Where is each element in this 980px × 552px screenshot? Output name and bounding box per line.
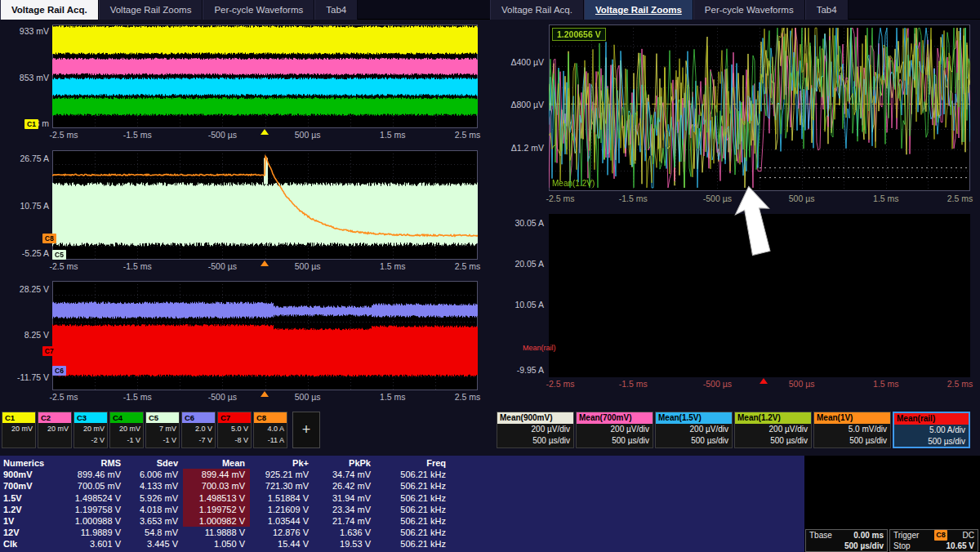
numerics-column-pkpk: PkPk [314, 457, 376, 469]
channel-offset: -1 V [110, 434, 143, 446]
channel-scale: 4.0 A [254, 423, 287, 434]
channel-offset [2, 434, 35, 446]
measure-value: 4.018 mV [126, 504, 183, 515]
tab-right-voltage-rail-acq[interactable]: Voltage Rail Acq. [490, 0, 584, 20]
tab-left-tab4[interactable]: Tab4 [314, 0, 358, 20]
measure-value: 700.03 mV [183, 480, 250, 492]
numerics-header-row: NumericsRMSSdevMeanPk+PkPkFreq [0, 457, 804, 469]
math-descriptor-mean-900mv-[interactable]: Mean(900mV)200 µV/div500 µs/div [497, 412, 574, 448]
x-tick-label: -2.5 ms [49, 130, 78, 140]
channel-descriptor-c7[interactable]: C75.0 V-8 V [217, 412, 252, 448]
measure-value: 925.21 mV [250, 469, 314, 480]
math-descriptor-row: Mean(900mV)200 µV/div500 µs/divMean(700m… [497, 412, 972, 448]
channel-descriptor-c1[interactable]: C120 mV [2, 412, 36, 448]
trigger-marker-12v-rail[interactable] [261, 391, 269, 397]
measure-value: 6.006 mV [126, 469, 183, 480]
tab-left-voltage-rail-acq[interactable]: Voltage Rail Acq. [0, 0, 99, 20]
measure-value: 721.30 mV [250, 480, 314, 492]
channel-badge-c7[interactable]: C7 [42, 346, 56, 356]
math-descriptor-mean-1-2v-[interactable]: Mean(1.2V)200 µV/div500 µs/div [734, 412, 812, 448]
trigger-panel[interactable]: Trigger C8 DC Stop 10.65 V [889, 529, 978, 552]
measure-value: 1.199758 V [54, 504, 126, 515]
channel-badge-c6[interactable]: C6 [52, 366, 66, 376]
tab-bar: Voltage Rail Acq. Voltage Rail Zooms Per… [0, 0, 980, 20]
math-descriptor-header: Mean(rail) [894, 413, 969, 425]
measure-value: 506.21 kHz [376, 492, 451, 504]
tab-right-voltage-rail-zooms[interactable]: Voltage Rail Zooms [584, 0, 693, 20]
math-horizontal-scale: 500 µs/div [735, 435, 811, 447]
channel-badge-c8[interactable]: C8 [42, 234, 56, 243]
math-vertical-scale: 5.00 A/div [894, 425, 969, 436]
numerics-column-mean: Mean [183, 457, 250, 469]
trace-label-mean-rail: Mean(rail) [523, 344, 559, 352]
measure-value: 700.05 mV [54, 480, 126, 492]
math-descriptor-mean-700mv-[interactable]: Mean(700mV)200 µV/div500 µs/div [576, 412, 653, 448]
channel-descriptor-c6[interactable]: C62.0 V-7 V [181, 412, 216, 448]
channel-offset: -11 A [254, 434, 287, 446]
x-tick-label: -2.5 ms [49, 261, 78, 271]
channel-descriptor-c8[interactable]: C84.0 A-11 A [253, 412, 287, 448]
trigger-coupling: DC [963, 530, 974, 541]
measure-value: 1.21609 V [250, 504, 314, 515]
channel-scale: 20 mV [38, 423, 71, 434]
numerics-row-900mv: 900mV899.46 mV6.006 mV899.44 mV925.21 mV… [0, 469, 804, 480]
measure-value: 34.74 mV [314, 469, 376, 480]
measure-value: 4.133 mV [126, 480, 183, 492]
channel-descriptor-c3[interactable]: C320 mV-2 V [74, 412, 108, 448]
measure-value: 506.21 kHz [376, 527, 451, 538]
numerics-column-freq: Freq [376, 457, 451, 469]
timebase-panel[interactable]: Tbase 0.00 ms 500 µs/div [805, 529, 888, 552]
trigger-marker-load-current[interactable] [261, 260, 269, 266]
channel-badge-c1[interactable]: C1 [24, 119, 38, 129]
measure-value: 506.21 kHz [376, 504, 451, 515]
measure-source-label: 1.5V [0, 492, 54, 504]
math-descriptor-mean-1v-[interactable]: Mean(1V)5.0 mV/div500 µs/div [813, 412, 891, 448]
math-descriptor-mean-1-5v-[interactable]: Mean(1.5V)200 µV/div500 µs/div [655, 412, 733, 448]
channel-offset: -2 V [74, 434, 107, 446]
trigger-mode: Stop [893, 541, 911, 551]
tab-left-per-cycle-waveforms[interactable]: Per-cycle Waveforms [203, 0, 314, 20]
tab-right-per-cycle-waveforms[interactable]: Per-cycle Waveforms [693, 0, 805, 20]
add-trace-button[interactable]: + [292, 412, 320, 448]
math-descriptor-mean-rail-[interactable]: Mean(rail)5.00 A/div500 µs/div [893, 412, 970, 448]
trigger-label: Trigger [893, 530, 919, 541]
numerics-column-pk+: Pk+ [250, 457, 314, 469]
channel-descriptor-c4[interactable]: C420 mV-1 V [109, 412, 144, 448]
measure-value: 506.21 kHz [376, 538, 451, 550]
waveform-grid-12v-rail[interactable] [52, 281, 478, 390]
channel-badge-c5[interactable]: C5 [52, 250, 66, 260]
measure-value: 1.199752 V [183, 504, 250, 515]
measure-value: 11.9888 V [183, 527, 250, 538]
channel-descriptor-header: C7 [218, 412, 251, 423]
measure-value: 1.498524 V [54, 492, 126, 504]
waveform-grid-rail-voltages[interactable] [52, 24, 478, 128]
measure-value: 3.445 V [126, 538, 183, 550]
y-tick-label: 28.25 V [2, 284, 49, 294]
numerics-row-clk: Clk3.601 V3.445 V1.050 V15.44 V19.53 V50… [0, 538, 804, 550]
x-tick-label: -1.5 ms [619, 379, 648, 389]
channel-offset: -8 V [218, 434, 251, 446]
trigger-marker-acq-rails[interactable] [261, 129, 269, 135]
y-tick-label: 933 mV [2, 26, 49, 36]
channel-descriptor-c5[interactable]: C57 mV-1 V [145, 412, 180, 448]
channel-descriptor-header: C1 [2, 412, 35, 423]
math-descriptor-header: Mean(1.2V) [735, 412, 811, 424]
trigger-marker-zoom[interactable] [760, 378, 768, 384]
x-tick-label: 2.5 ms [947, 379, 973, 389]
channel-descriptor-c2[interactable]: C220 mV [38, 412, 72, 448]
measure-value: 1.498513 V [183, 492, 250, 504]
waveform-grid-zoom-rail-means[interactable] [549, 24, 970, 191]
tab-right-tab4[interactable]: Tab4 [805, 0, 849, 20]
waveform-grid-load-current[interactable] [52, 150, 478, 260]
math-descriptor-header: Mean(700mV) [577, 412, 653, 424]
channel-descriptor-header: C3 [74, 412, 107, 423]
math-vertical-scale: 200 µV/div [577, 424, 653, 435]
channel-offset [38, 434, 71, 446]
numerics-column-sdev: Sdev [126, 457, 183, 469]
tab-left-voltage-rail-zooms[interactable]: Voltage Rail Zooms [99, 0, 203, 20]
math-vertical-scale: 200 µV/div [497, 424, 573, 435]
channel-offset: -7 V [182, 434, 215, 446]
math-vertical-scale: 200 µV/div [735, 424, 811, 435]
channel-scale: 20 mV [2, 423, 35, 434]
measure-value: 899.44 mV [183, 469, 250, 480]
